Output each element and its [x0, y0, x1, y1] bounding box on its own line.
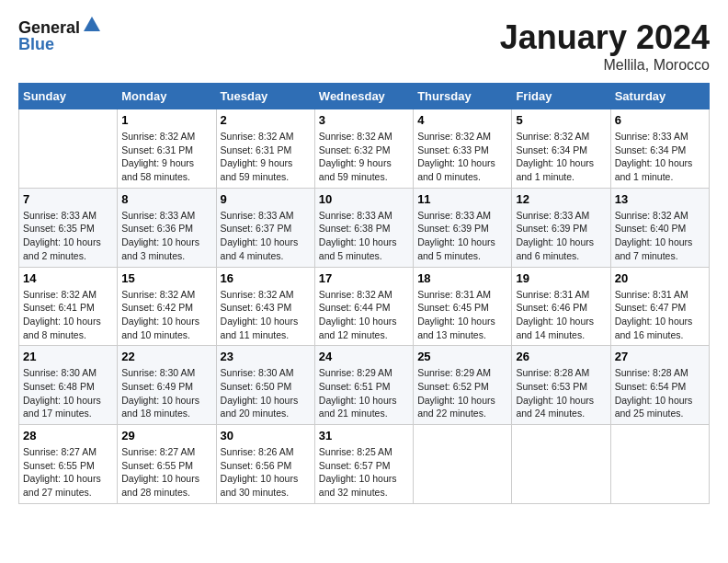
sunset-text: Sunset: 6:39 PM: [516, 222, 606, 236]
day-info: Sunrise: 8:33 AM Sunset: 6:35 PM Dayligh…: [23, 209, 113, 263]
day-number: 11: [417, 192, 507, 206]
calendar-cell: 3 Sunrise: 8:32 AM Sunset: 6:32 PM Dayli…: [314, 109, 413, 189]
calendar-cell: 4 Sunrise: 8:32 AM Sunset: 6:33 PM Dayli…: [414, 109, 512, 189]
sunrise-text: Sunrise: 8:32 AM: [23, 288, 113, 302]
daylight-text: Daylight: 10 hours and 13 minutes.: [417, 315, 507, 341]
day-info: Sunrise: 8:32 AM Sunset: 6:32 PM Dayligh…: [319, 130, 409, 184]
day-number: 7: [23, 192, 113, 206]
calendar-header-row: SundayMondayTuesdayWednesdayThursdayFrid…: [19, 84, 710, 109]
daylight-text: Daylight: 10 hours and 1 minute.: [516, 156, 606, 183]
col-header-thursday: Thursday: [414, 84, 512, 109]
day-info: Sunrise: 8:32 AM Sunset: 6:43 PM Dayligh…: [221, 288, 311, 342]
sunset-text: Sunset: 6:46 PM: [516, 301, 606, 315]
sunset-text: Sunset: 6:31 PM: [121, 144, 211, 157]
day-number: 1: [121, 113, 211, 127]
sunset-text: Sunset: 6:44 PM: [319, 301, 409, 315]
sunrise-text: Sunrise: 8:32 AM: [615, 209, 705, 223]
sunset-text: Sunset: 6:40 PM: [615, 222, 705, 236]
month-title: January 2024: [500, 18, 710, 57]
logo: General Blue: [18, 18, 102, 54]
calendar-cell: 26 Sunrise: 8:28 AM Sunset: 6:53 PM Dayl…: [512, 346, 610, 425]
daylight-text: Daylight: 9 hours and 59 minutes.: [319, 156, 409, 183]
daylight-text: Daylight: 10 hours and 3 minutes.: [121, 236, 211, 262]
calendar-cell: 13 Sunrise: 8:32 AM Sunset: 6:40 PM Dayl…: [610, 188, 709, 267]
calendar-cell: 24 Sunrise: 8:29 AM Sunset: 6:51 PM Dayl…: [314, 346, 413, 425]
calendar-cell: [610, 425, 709, 504]
day-info: Sunrise: 8:28 AM Sunset: 6:53 PM Dayligh…: [516, 366, 606, 420]
sunrise-text: Sunrise: 8:30 AM: [23, 366, 113, 380]
day-info: Sunrise: 8:33 AM Sunset: 6:38 PM Dayligh…: [319, 209, 409, 263]
calendar-cell: [512, 425, 610, 504]
day-info: Sunrise: 8:32 AM Sunset: 6:33 PM Dayligh…: [417, 130, 507, 184]
daylight-text: Daylight: 10 hours and 32 minutes.: [319, 472, 409, 499]
calendar-cell: [414, 425, 512, 504]
sunrise-text: Sunrise: 8:29 AM: [417, 366, 507, 380]
calendar-cell: 21 Sunrise: 8:30 AM Sunset: 6:48 PM Dayl…: [19, 346, 118, 425]
day-info: Sunrise: 8:33 AM Sunset: 6:39 PM Dayligh…: [516, 209, 606, 263]
daylight-text: Daylight: 9 hours and 59 minutes.: [221, 156, 311, 183]
day-info: Sunrise: 8:32 AM Sunset: 6:41 PM Dayligh…: [23, 288, 113, 342]
calendar-cell: 2 Sunrise: 8:32 AM Sunset: 6:31 PM Dayli…: [216, 109, 314, 189]
day-number: 12: [516, 192, 606, 206]
day-number: 8: [121, 192, 211, 206]
calendar-cell: 5 Sunrise: 8:32 AM Sunset: 6:34 PM Dayli…: [512, 109, 610, 189]
sunset-text: Sunset: 6:48 PM: [23, 380, 113, 394]
sunset-text: Sunset: 6:53 PM: [516, 380, 606, 394]
sunset-text: Sunset: 6:55 PM: [121, 459, 211, 473]
sunrise-text: Sunrise: 8:33 AM: [516, 209, 606, 223]
sunset-text: Sunset: 6:51 PM: [319, 380, 409, 394]
daylight-text: Daylight: 10 hours and 4 minutes.: [221, 236, 311, 262]
day-number: 21: [23, 350, 113, 363]
daylight-text: Daylight: 10 hours and 5 minutes.: [319, 236, 409, 262]
sunrise-text: Sunrise: 8:32 AM: [516, 130, 606, 144]
col-header-sunday: Sunday: [19, 84, 118, 109]
daylight-text: Daylight: 10 hours and 24 minutes.: [516, 394, 606, 420]
sunrise-text: Sunrise: 8:33 AM: [23, 209, 113, 223]
day-info: Sunrise: 8:26 AM Sunset: 6:56 PM Dayligh…: [221, 445, 311, 500]
daylight-text: Daylight: 10 hours and 20 minutes.: [221, 394, 311, 420]
calendar-cell: 9 Sunrise: 8:33 AM Sunset: 6:37 PM Dayli…: [216, 188, 314, 267]
day-info: Sunrise: 8:33 AM Sunset: 6:36 PM Dayligh…: [121, 209, 211, 263]
calendar-cell: 18 Sunrise: 8:31 AM Sunset: 6:45 PM Dayl…: [414, 267, 512, 346]
calendar-cell: 14 Sunrise: 8:32 AM Sunset: 6:41 PM Dayl…: [19, 267, 118, 346]
calendar-cell: 29 Sunrise: 8:27 AM Sunset: 6:55 PM Dayl…: [118, 425, 216, 504]
day-info: Sunrise: 8:32 AM Sunset: 6:40 PM Dayligh…: [615, 209, 705, 263]
sunrise-text: Sunrise: 8:28 AM: [516, 366, 606, 380]
day-number: 26: [516, 350, 606, 363]
daylight-text: Daylight: 10 hours and 6 minutes.: [516, 236, 606, 262]
sunset-text: Sunset: 6:35 PM: [23, 222, 113, 236]
calendar-week-row: 1 Sunrise: 8:32 AM Sunset: 6:31 PM Dayli…: [19, 109, 710, 189]
sunrise-text: Sunrise: 8:26 AM: [221, 445, 311, 459]
sunrise-text: Sunrise: 8:32 AM: [417, 130, 507, 144]
day-info: Sunrise: 8:30 AM Sunset: 6:48 PM Dayligh…: [23, 366, 113, 420]
day-info: Sunrise: 8:31 AM Sunset: 6:45 PM Dayligh…: [417, 288, 507, 342]
day-number: 29: [121, 429, 211, 442]
calendar-cell: 30 Sunrise: 8:26 AM Sunset: 6:56 PM Dayl…: [216, 425, 314, 504]
day-number: 25: [417, 350, 507, 363]
sunset-text: Sunset: 6:49 PM: [121, 380, 211, 394]
day-info: Sunrise: 8:29 AM Sunset: 6:51 PM Dayligh…: [319, 366, 409, 420]
calendar-week-row: 21 Sunrise: 8:30 AM Sunset: 6:48 PM Dayl…: [19, 346, 710, 425]
sunrise-text: Sunrise: 8:33 AM: [221, 209, 311, 223]
sunset-text: Sunset: 6:42 PM: [121, 301, 211, 315]
day-info: Sunrise: 8:27 AM Sunset: 6:55 PM Dayligh…: [121, 445, 211, 500]
sunset-text: Sunset: 6:45 PM: [417, 301, 507, 315]
calendar-cell: [19, 109, 118, 189]
day-number: 19: [516, 271, 606, 285]
calendar-cell: 15 Sunrise: 8:32 AM Sunset: 6:42 PM Dayl…: [118, 267, 216, 346]
daylight-text: Daylight: 10 hours and 16 minutes.: [615, 315, 705, 341]
day-number: 6: [615, 113, 705, 127]
daylight-text: Daylight: 10 hours and 8 minutes.: [23, 315, 113, 341]
calendar-cell: 20 Sunrise: 8:31 AM Sunset: 6:47 PM Dayl…: [610, 267, 709, 346]
sunset-text: Sunset: 6:54 PM: [615, 380, 705, 394]
sunrise-text: Sunrise: 8:25 AM: [319, 445, 409, 459]
location: Mellila, Morocco: [500, 57, 710, 74]
svg-marker-0: [84, 17, 100, 31]
calendar-cell: 25 Sunrise: 8:29 AM Sunset: 6:52 PM Dayl…: [414, 346, 512, 425]
sunset-text: Sunset: 6:50 PM: [221, 380, 311, 394]
day-number: 10: [319, 192, 409, 206]
day-info: Sunrise: 8:33 AM Sunset: 6:39 PM Dayligh…: [417, 209, 507, 263]
sunset-text: Sunset: 6:38 PM: [319, 222, 409, 236]
sunset-text: Sunset: 6:43 PM: [221, 301, 311, 315]
day-number: 20: [615, 271, 705, 285]
